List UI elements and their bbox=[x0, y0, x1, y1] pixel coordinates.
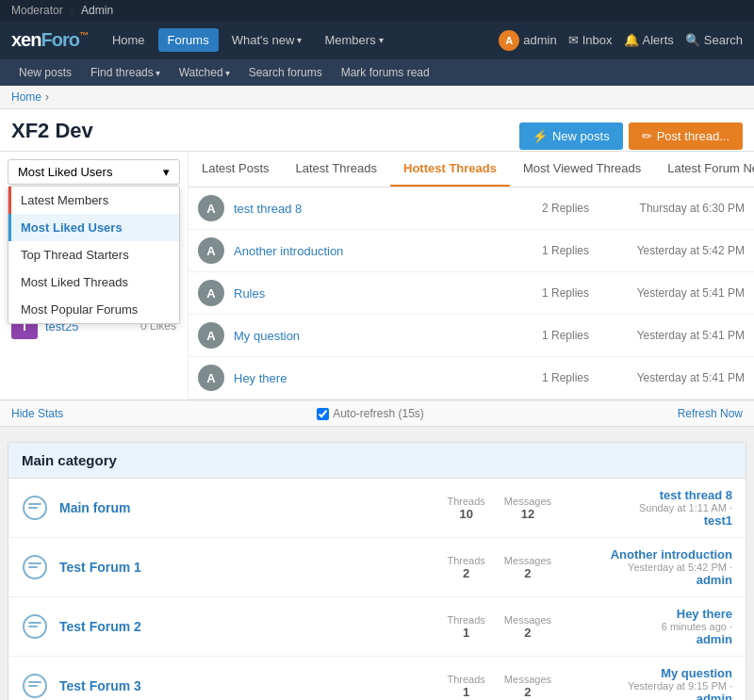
forum-last-post: test thread 8 Sunday at 1:11 AM · test1 bbox=[563, 488, 732, 528]
pencil-icon: ✏ bbox=[642, 129, 652, 143]
mark-read-link[interactable]: Mark forums read bbox=[334, 63, 437, 82]
thread-title[interactable]: Hey there bbox=[234, 371, 518, 385]
forum-name[interactable]: Main forum bbox=[59, 500, 436, 515]
thread-replies: 1 Replies bbox=[528, 244, 603, 257]
header-buttons: ⚡ New posts ✏ Post thread... bbox=[519, 119, 743, 150]
auto-refresh-label: Auto-refresh (15s) bbox=[333, 407, 424, 420]
forum-name-wrapper: Test Forum 1 bbox=[59, 560, 436, 575]
last-post-meta: Yesterday at 5:42 PM · admin bbox=[563, 562, 732, 587]
last-thread-link[interactable]: test thread 8 bbox=[563, 488, 732, 502]
forum-last-post: Hey there 6 minutes ago · admin bbox=[563, 607, 732, 646]
thread-replies: 1 Replies bbox=[528, 371, 603, 384]
admin-bar: Moderator · Admin bbox=[0, 0, 754, 21]
avatar: A bbox=[198, 237, 224, 264]
tab-latest-posts[interactable]: Latest Posts bbox=[188, 152, 283, 187]
refresh-now-link[interactable]: Refresh Now bbox=[678, 407, 743, 420]
admin-link[interactable]: Admin bbox=[81, 4, 113, 17]
post-thread-button[interactable]: ✏ Post thread... bbox=[629, 122, 743, 150]
breadcrumb-chevron: › bbox=[45, 90, 49, 104]
forum-icon bbox=[22, 495, 48, 521]
find-threads-link[interactable]: Find threads ▾ bbox=[83, 63, 168, 82]
last-thread-link[interactable]: My question bbox=[563, 666, 732, 680]
forum-name-wrapper: Test Forum 3 bbox=[59, 678, 436, 693]
nav-forums[interactable]: Forums bbox=[158, 28, 219, 52]
stats-dropdown-button[interactable]: Most Liked Users ▾ bbox=[8, 159, 180, 185]
nav-members[interactable]: Members ▾ bbox=[315, 28, 392, 52]
search-forums-link[interactable]: Search forums bbox=[241, 63, 330, 82]
forum-name[interactable]: Test Forum 3 bbox=[59, 678, 436, 693]
avatar: A bbox=[198, 365, 224, 391]
hide-stats-link[interactable]: Hide Stats bbox=[11, 407, 63, 420]
forum-name-wrapper: Main forum bbox=[59, 500, 436, 515]
list-item: Main forum Threads 10 Messages 12 test t… bbox=[8, 479, 746, 538]
logo-bar: xenForo™ Home Forums What's new ▾ Member… bbox=[0, 21, 754, 59]
avatar: A bbox=[198, 280, 224, 306]
forum-icon bbox=[22, 554, 48, 580]
nav-home[interactable]: Home bbox=[103, 28, 155, 52]
thread-title[interactable]: Another introduction bbox=[234, 244, 518, 258]
dropdown-item-most-liked-threads[interactable]: Most Liked Threads bbox=[8, 269, 179, 296]
message-count: Messages 2 bbox=[504, 674, 551, 699]
last-post-meta: Sunday at 1:11 AM · test1 bbox=[563, 502, 732, 528]
tab-hottest-threads[interactable]: Hottest Threads bbox=[390, 152, 510, 187]
forum-icon bbox=[22, 673, 48, 699]
thread-count: Threads 2 bbox=[448, 555, 485, 580]
last-post-meta: Yesterday at 9:15 PM · admin bbox=[563, 680, 732, 700]
dropdown-item-latest-members[interactable]: Latest Members bbox=[8, 187, 179, 214]
chevron-down-icon: ▾ bbox=[163, 165, 170, 179]
message-count: Messages 2 bbox=[504, 555, 551, 580]
user-nav: A admin ✉ Inbox 🔔 Alerts 🔍 Search bbox=[499, 30, 743, 51]
thread-title[interactable]: Rules bbox=[234, 286, 518, 301]
dropdown-item-most-liked-users[interactable]: Most Liked Users bbox=[8, 214, 179, 241]
watched-link[interactable]: Watched ▾ bbox=[172, 63, 238, 82]
thread-count: Threads 1 bbox=[448, 674, 485, 699]
thread-list: A test thread 8 2 Replies Thursday at 6:… bbox=[188, 187, 754, 399]
message-count: Messages 12 bbox=[504, 496, 551, 521]
thread-time: Thursday at 6:30 PM bbox=[613, 202, 745, 215]
breadcrumb-home[interactable]: Home bbox=[11, 90, 41, 104]
thread-time: Yesterday at 5:41 PM bbox=[613, 329, 745, 342]
new-posts-button[interactable]: ⚡ New posts bbox=[519, 122, 623, 150]
table-row: A Hey there 1 Replies Yesterday at 5:41 … bbox=[188, 357, 754, 399]
tab-most-viewed-threads[interactable]: Most Viewed Threads bbox=[510, 152, 654, 187]
thread-title[interactable]: test thread 8 bbox=[234, 202, 518, 216]
inbox-link[interactable]: ✉ Inbox bbox=[568, 33, 613, 47]
forum-counts: Threads 10 Messages 12 bbox=[448, 496, 552, 521]
avatar: A bbox=[198, 322, 224, 349]
thread-replies: 2 Replies bbox=[528, 202, 603, 215]
tab-latest-threads[interactable]: Latest Threads bbox=[283, 152, 390, 187]
search-icon: 🔍 bbox=[685, 33, 700, 47]
search-link[interactable]: 🔍 Search bbox=[685, 33, 743, 47]
forum-last-post: My question Yesterday at 9:15 PM · admin bbox=[563, 666, 732, 700]
username: admin bbox=[523, 33, 556, 47]
stats-section: Most Liked Users ▾ Latest Members Most L… bbox=[0, 152, 754, 400]
forum-counts: Threads 1 Messages 2 bbox=[448, 674, 552, 699]
user-avatar: A bbox=[499, 30, 519, 51]
auto-refresh-checkbox[interactable] bbox=[317, 408, 329, 420]
user-menu[interactable]: A admin bbox=[499, 30, 556, 51]
tabs-bar: Latest Posts Latest Threads Hottest Thre… bbox=[188, 152, 754, 187]
last-thread-link[interactable]: Hey there bbox=[563, 607, 732, 621]
page-title: XF2 Dev bbox=[11, 119, 93, 143]
forum-counts: Threads 2 Messages 2 bbox=[448, 555, 552, 580]
main-nav: Home Forums What's new ▾ Members ▾ bbox=[103, 28, 393, 52]
list-item: Test Forum 2 Threads 1 Messages 2 Hey th… bbox=[8, 597, 746, 657]
bell-icon: 🔔 bbox=[624, 33, 639, 47]
thread-title[interactable]: My question bbox=[234, 329, 518, 343]
table-row: A My question 1 Replies Yesterday at 5:4… bbox=[188, 315, 754, 357]
tab-latest-forum-news[interactable]: Latest Forum News bbox=[654, 152, 754, 187]
thread-count: Threads 10 bbox=[448, 496, 485, 521]
last-thread-link[interactable]: Another introduction bbox=[563, 547, 732, 562]
site-logo[interactable]: xenForo™ bbox=[11, 29, 88, 51]
forum-name[interactable]: Test Forum 2 bbox=[59, 619, 436, 634]
thread-replies: 1 Replies bbox=[528, 329, 603, 342]
alerts-link[interactable]: 🔔 Alerts bbox=[624, 33, 674, 47]
new-posts-link[interactable]: New posts bbox=[11, 63, 79, 82]
forums-container: Main category Main forum Threads 10 Mess… bbox=[0, 427, 754, 700]
forum-name[interactable]: Test Forum 1 bbox=[59, 560, 436, 575]
dropdown-item-top-thread-starters[interactable]: Top Thread Starters bbox=[8, 241, 179, 269]
nav-whats-new[interactable]: What's new ▾ bbox=[222, 28, 312, 52]
category-header: Main category bbox=[8, 443, 746, 479]
dropdown-item-most-popular-forums[interactable]: Most Popular Forums bbox=[8, 296, 179, 323]
secondary-nav: New posts Find threads ▾ Watched ▾ Searc… bbox=[0, 59, 754, 86]
